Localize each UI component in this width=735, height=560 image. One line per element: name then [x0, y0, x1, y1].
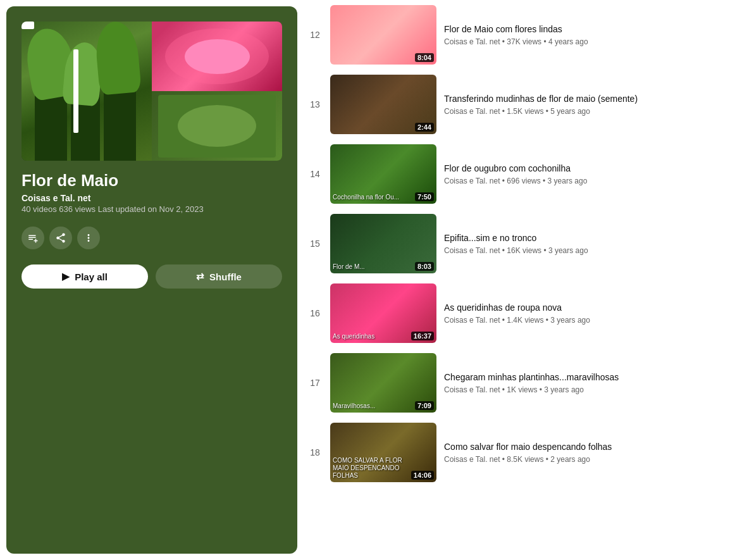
video-item[interactable]: 13 2:44 Transferindo mudinhas de flor de…: [307, 70, 725, 139]
duration-badge: 2:44: [415, 123, 434, 132]
video-thumbnail: 8:04: [330, 5, 436, 65]
video-number: 18: [307, 447, 323, 457]
video-meta: Coisas e Tal. net • 8.5K views • 2 years…: [444, 455, 725, 464]
video-title: Chegaram minhas plantinhas...maravilhosa…: [444, 371, 725, 383]
video-meta: Coisas e Tal. net • 696 views • 3 years …: [444, 177, 725, 185]
thumb-label: Maravilhosas...: [333, 402, 375, 410]
video-title: Epifita...sim e no tronco: [444, 232, 725, 244]
video-item[interactable]: 17 Maravilhosas... 7:09 Chegaram minhas …: [307, 348, 725, 418]
duration-badge: 14:06: [411, 471, 434, 480]
play-all-label: Play all: [75, 271, 108, 282]
duration-badge: 8:03: [415, 262, 434, 271]
video-title: Flor de Maio com flores lindas: [444, 23, 725, 35]
video-info: Chegaram minhas plantinhas...maravilhosa…: [444, 371, 725, 394]
shuffle-label: Shuffle: [209, 271, 242, 282]
play-all-button[interactable]: ▶ Play all: [22, 264, 148, 289]
duration-badge: 7:09: [415, 401, 434, 410]
video-item[interactable]: 15 Flor de M... 8:03 Epifita...sim e no …: [307, 209, 725, 278]
video-info: Epifita...sim e no tronco Coisas e Tal. …: [444, 232, 725, 255]
video-thumbnail: Flor de M... 8:03: [330, 214, 436, 273]
video-number: 12: [307, 30, 323, 40]
thumb-label: As queridinhas: [333, 333, 374, 340]
video-info: As queridinhas de roupa nova Coisas e Ta…: [444, 302, 725, 325]
video-number: 13: [307, 99, 323, 109]
video-meta: Coisas e Tal. net • 1.5K views • 5 years…: [444, 107, 725, 116]
add-to-queue-button[interactable]: [22, 227, 44, 249]
duration-badge: 7:50: [415, 192, 434, 201]
more-options-button[interactable]: [77, 227, 100, 249]
video-info: Como salvar flor maio despencando folhas…: [444, 441, 725, 464]
channel-name: Coisas e Tal. net: [22, 193, 282, 203]
video-thumbnail: Maravilhosas... 7:09: [330, 353, 436, 413]
thumb-label: Flor de M...: [333, 263, 365, 271]
video-meta: Coisas e Tal. net • 1.4K views • 3 years…: [444, 316, 725, 325]
video-info: Transferindo mudinhas de flor de maio (s…: [444, 93, 725, 116]
video-item[interactable]: 16 As queridinhas 16:37 As queridinhas d…: [307, 278, 725, 348]
action-icons-row: [22, 227, 282, 249]
video-number: 16: [307, 308, 323, 318]
video-list-panel: 12 8:04 Flor de Maio com flores lindas C…: [297, 0, 735, 560]
playlist-meta: 40 videos 636 views Last updated on Nov …: [22, 204, 282, 214]
video-info: Flor de Maio com flores lindas Coisas e …: [444, 23, 725, 46]
duration-badge: 8:04: [415, 53, 434, 62]
video-title: Como salvar flor maio despencando folhas: [444, 441, 725, 452]
playlist-sidebar: Flor de Maio Coisas e Tal. net 40 videos…: [6, 6, 297, 554]
video-thumbnail: Cochonilha na flor Ou... 7:50: [330, 144, 436, 204]
video-thumbnail: 2:44: [330, 75, 436, 134]
video-title: As queridinhas de roupa nova: [444, 302, 725, 313]
shuffle-icon: ⇄: [196, 271, 204, 282]
thumb-label: Cochonilha na flor Ou...: [333, 194, 399, 201]
video-thumbnail: COMO SALVAR A FLOR MAIO DESPENCANDO FOLH…: [330, 423, 436, 482]
video-list: 12 8:04 Flor de Maio com flores lindas C…: [307, 0, 725, 487]
playlist-thumbnail: [22, 22, 282, 161]
play-buttons-row: ▶ Play all ⇄ Shuffle: [22, 264, 282, 289]
play-icon: ▶: [62, 271, 70, 282]
video-title: Flor de ougubro com cochonilha: [444, 163, 725, 174]
video-meta: Coisas e Tal. net • 16K views • 3 years …: [444, 246, 725, 255]
video-item[interactable]: 14 Cochonilha na flor Ou... 7:50 Flor de…: [307, 139, 725, 209]
video-number: 15: [307, 239, 323, 249]
duration-badge: 16:37: [411, 332, 434, 340]
video-item[interactable]: 18 COMO SALVAR A FLOR MAIO DESPENCANDO F…: [307, 418, 725, 487]
video-number: 17: [307, 378, 323, 388]
video-meta: Coisas e Tal. net • 37K views • 4 years …: [444, 37, 725, 46]
share-button[interactable]: [49, 227, 72, 249]
video-thumbnail: As queridinhas 16:37: [330, 283, 436, 343]
video-title: Transferindo mudinhas de flor de maio (s…: [444, 93, 725, 104]
shuffle-button[interactable]: ⇄ Shuffle: [156, 264, 282, 289]
video-number: 14: [307, 169, 323, 179]
playlist-title: Flor de Maio: [22, 171, 282, 190]
video-meta: Coisas e Tal. net • 1K views • 3 years a…: [444, 385, 725, 394]
video-item[interactable]: 12 8:04 Flor de Maio com flores lindas C…: [307, 0, 725, 70]
thumb-label: COMO SALVAR A FLOR MAIO DESPENCANDO FOLH…: [333, 457, 417, 480]
video-info: Flor de ougubro com cochonilha Coisas e …: [444, 163, 725, 185]
